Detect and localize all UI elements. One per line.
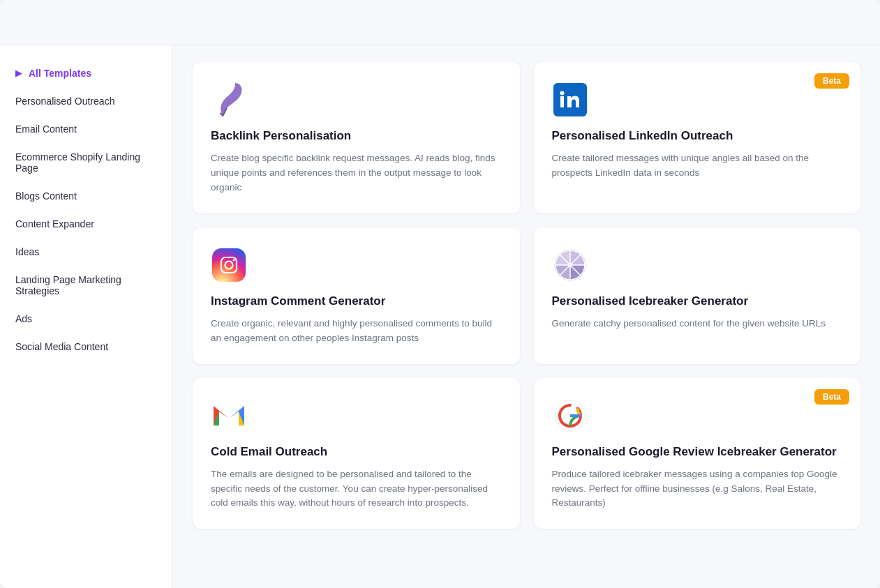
instagram-icon [211,247,247,283]
card-title: Personalised Google Review Icebreaker Ge… [552,445,843,459]
sidebar-item-email-content[interactable]: Email Content [0,115,172,143]
card-description: Create organic, relevant and highly pers… [211,317,502,346]
google-icon [552,398,588,434]
content-area: Backlink PersonalisationCreate blog spec… [173,45,880,588]
card-backlink[interactable]: Backlink PersonalisationCreate blog spec… [193,62,520,213]
sidebar-item-label: Landing Page Marketing Strategies [15,274,157,296]
sidebar-item-label: Email Content [15,123,77,135]
sidebar-item-label: Content Expander [15,218,94,229]
pinwheel-icon [552,247,588,283]
sidebar-item-landing-page[interactable]: Landing Page Marketing Strategies [0,266,172,305]
svg-point-3 [225,261,233,269]
sidebar-item-blogs-content[interactable]: Blogs Content [0,182,172,210]
cards-grid: Backlink PersonalisationCreate blog spec… [193,62,860,529]
sidebar-item-content-expander[interactable]: Content Expander [0,210,172,238]
sidebar-item-label: Ads [15,313,32,324]
modal-header [0,0,880,45]
sidebar-item-label: All Templates [29,68,91,79]
card-google-review[interactable]: Beta Personalised Google Review Icebreak… [534,378,861,529]
card-title: Personalised Icebreaker Generator [552,294,843,308]
sidebar-item-social-media[interactable]: Social Media Content [0,333,172,361]
linkedin-icon [552,82,588,118]
card-title: Instagram Comment Generator [211,294,502,308]
card-title: Cold Email Outreach [211,445,502,459]
card-description: Create blog specific backlink request me… [211,151,502,195]
sidebar-item-label: Ecommerce Shopify Landing Page [15,151,157,174]
card-description: The emails are designed to be personalis… [211,467,502,511]
close-button[interactable] [841,13,860,32]
svg-point-11 [568,263,572,267]
sidebar-item-label: Social Media Content [15,341,108,352]
beta-badge: Beta [814,73,849,89]
card-instagram[interactable]: Instagram Comment GeneratorCreate organi… [193,227,520,364]
quill-icon [211,82,247,118]
gmail-icon [211,398,247,434]
svg-point-1 [560,91,564,96]
beta-badge: Beta [814,389,849,405]
sidebar-item-label: Ideas [15,246,39,257]
sidebar-item-ideas[interactable]: Ideas [0,238,172,266]
card-icebreaker[interactable]: Personalised Icebreaker GeneratorGenerat… [534,227,861,364]
sidebar-item-label: Personalised Outreach [15,96,114,107]
card-description: Create tailored messages with unique ang… [552,151,843,181]
modal-body: ▶All TemplatesPersonalised OutreachEmail… [0,45,880,588]
active-arrow-icon: ▶ [15,68,22,78]
sidebar-item-ads[interactable]: Ads [0,305,172,333]
card-linkedin[interactable]: Beta Personalised LinkedIn OutreachCreat… [534,62,861,213]
card-title: Personalised LinkedIn Outreach [552,129,843,143]
card-description: Produce tailored icebraker messages usin… [552,467,843,511]
modal: ▶All TemplatesPersonalised OutreachEmail… [0,0,880,588]
sidebar-item-all-templates[interactable]: ▶All Templates [0,59,172,87]
card-title: Backlink Personalisation [211,129,502,143]
sidebar-item-personalised-outreach[interactable]: Personalised Outreach [0,87,172,115]
sidebar-item-ecommerce-shopify[interactable]: Ecommerce Shopify Landing Page [0,143,172,182]
sidebar-item-label: Blogs Content [15,190,77,202]
svg-rect-0 [560,96,564,107]
svg-point-4 [233,259,235,261]
card-description: Generate catchy personalised content for… [552,317,843,331]
sidebar: ▶All TemplatesPersonalised OutreachEmail… [0,45,173,588]
card-cold-email[interactable]: Cold Email OutreachThe emails are design… [193,378,520,529]
